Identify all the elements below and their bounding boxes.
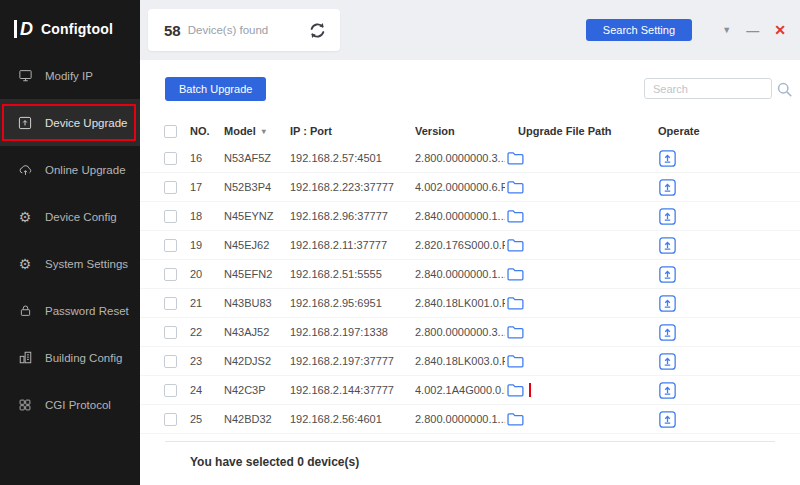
row-model: N43AJ52: [224, 326, 290, 338]
folder-icon[interactable]: [507, 325, 524, 339]
close-icon[interactable]: ✕: [774, 22, 786, 38]
row-model: N45EYNZ: [224, 210, 290, 222]
row-checkbox[interactable]: [164, 152, 177, 165]
table-row: 22 N43AJ52 192.168.2.197:1338 2.800.0000…: [140, 318, 800, 347]
brand-icon: D: [14, 20, 33, 38]
row-version: 2.840.0000000.1...: [415, 210, 505, 222]
row-no: 18: [190, 210, 224, 222]
row-no: 24: [190, 384, 224, 396]
col-operate: Operate: [655, 125, 800, 137]
upload-icon[interactable]: [659, 324, 676, 341]
device-count: 58: [164, 22, 181, 39]
upload-icon[interactable]: [659, 411, 676, 428]
search-setting-button[interactable]: Search Setting: [586, 19, 692, 41]
row-ip-port: 192.168.2.144:37777: [290, 384, 415, 396]
row-model: N42BD32: [224, 413, 290, 425]
row-checkbox[interactable]: [164, 239, 177, 252]
row-no: 21: [190, 297, 224, 309]
row-checkbox[interactable]: [164, 210, 177, 223]
app-logo: D Configtool: [0, 0, 140, 40]
monitor-icon: [17, 68, 33, 83]
folder-icon[interactable]: [507, 267, 524, 281]
row-model: N53AF5Z: [224, 152, 290, 164]
search-icon[interactable]: [776, 81, 793, 98]
selection-summary: You have selected 0 device(s): [165, 441, 775, 469]
batch-upgrade-button[interactable]: Batch Upgrade: [165, 77, 266, 101]
folder-icon[interactable]: [507, 296, 524, 310]
topbar: 58 Device(s) found Search Setting ▼ — ✕: [140, 0, 800, 60]
upload-icon[interactable]: [659, 208, 676, 225]
table-row: 24 N42C3P 192.168.2.144:37777 4.002.1A4G…: [140, 376, 800, 405]
upload-icon[interactable]: [659, 266, 676, 283]
row-no: 16: [190, 152, 224, 164]
sidebar-item-device-config[interactable]: ⚙ Device Config: [0, 193, 140, 240]
row-ip-port: 192.168.2.197:37777: [290, 355, 415, 367]
row-checkbox[interactable]: [164, 355, 177, 368]
row-no: 17: [190, 181, 224, 193]
lock-icon: [17, 303, 33, 318]
col-model[interactable]: Model ▾: [224, 125, 290, 137]
sidebar-item-label: Password Reset: [45, 305, 129, 317]
search-input[interactable]: [644, 78, 772, 99]
sidebar-item-password-reset[interactable]: Password Reset: [0, 287, 140, 334]
row-checkbox[interactable]: [164, 268, 177, 281]
col-model-label: Model: [224, 125, 256, 137]
device-count-label: Device(s) found: [188, 24, 269, 36]
upload-icon[interactable]: [659, 295, 676, 312]
upload-icon[interactable]: [659, 150, 676, 167]
row-model: N42C3P: [224, 384, 290, 396]
cloud-upload-icon: [17, 162, 33, 177]
folder-icon[interactable]: [507, 238, 524, 252]
folder-icon[interactable]: [507, 383, 524, 397]
gear-icon: ⚙: [17, 210, 33, 224]
folder-icon[interactable]: [507, 412, 524, 426]
upload-icon[interactable]: [659, 237, 676, 254]
row-version: 2.800.0000000.1...: [415, 413, 505, 425]
table-row: 25 N42BD32 192.168.2.56:4601 2.800.00000…: [140, 405, 800, 434]
sidebar-item-modify-ip[interactable]: Modify IP: [0, 52, 140, 99]
folder-icon[interactable]: [507, 354, 524, 368]
row-model: N42DJS2: [224, 355, 290, 367]
select-all-checkbox[interactable]: [164, 125, 177, 138]
dropdown-icon[interactable]: ▼: [722, 25, 731, 35]
sidebar-item-label: CGI Protocol: [45, 399, 111, 411]
sidebar-item-online-upgrade[interactable]: Online Upgrade: [0, 146, 140, 193]
sidebar-item-cgi-protocol[interactable]: CGI Protocol: [0, 381, 140, 428]
upload-icon[interactable]: [659, 382, 676, 399]
row-checkbox[interactable]: [164, 297, 177, 310]
table-body: 16 N53AF5Z 192.168.2.57:4501 2.800.00000…: [140, 144, 800, 434]
refresh-icon[interactable]: [308, 21, 327, 40]
row-ip-port: 192.168.2.51:5555: [290, 268, 415, 280]
row-checkbox[interactable]: [164, 181, 177, 194]
sidebar-item-label: Device Upgrade: [45, 117, 127, 129]
col-upgrade-file-path: Upgrade File Path: [505, 125, 655, 137]
row-checkbox[interactable]: [164, 384, 177, 397]
upload-icon[interactable]: [659, 353, 676, 370]
upload-icon[interactable]: [659, 179, 676, 196]
sort-caret-icon[interactable]: ▾: [262, 127, 266, 136]
folder-icon[interactable]: [507, 209, 524, 223]
row-model: N45EJ62: [224, 239, 290, 251]
table-header: NO. Model ▾ IP : Port Version Upgrade Fi…: [140, 118, 800, 144]
sidebar-item-label: Device Config: [45, 211, 117, 223]
sidebar-item-label: Online Upgrade: [45, 164, 126, 176]
sidebar-item-building-config[interactable]: Building Config: [0, 334, 140, 381]
row-ip-port: 192.168.2.197:1338: [290, 326, 415, 338]
col-no: NO.: [190, 125, 224, 137]
row-no: 19: [190, 239, 224, 251]
window-controls: ▼ — ✕: [722, 0, 786, 60]
sidebar-item-device-upgrade[interactable]: Device Upgrade: [0, 99, 140, 146]
row-version: 2.820.176S000.0.R: [415, 239, 505, 251]
sidebar: D Configtool Modify IP Device Upgrade On…: [0, 0, 140, 485]
sidebar-item-system-settings[interactable]: ⚙ System Settings: [0, 240, 140, 287]
folder-icon[interactable]: [507, 151, 524, 165]
app-title: Configtool: [41, 21, 113, 37]
table-row: 17 N52B3P4 192.168.2.223:37777 4.002.000…: [140, 173, 800, 202]
row-ip-port: 192.168.2.96:37777: [290, 210, 415, 222]
row-checkbox[interactable]: [164, 326, 177, 339]
building-icon: [17, 350, 33, 365]
folder-icon[interactable]: [507, 180, 524, 194]
row-version: 2.840.0000000.1...: [415, 268, 505, 280]
minimize-icon[interactable]: —: [746, 23, 759, 38]
row-checkbox[interactable]: [164, 413, 177, 426]
